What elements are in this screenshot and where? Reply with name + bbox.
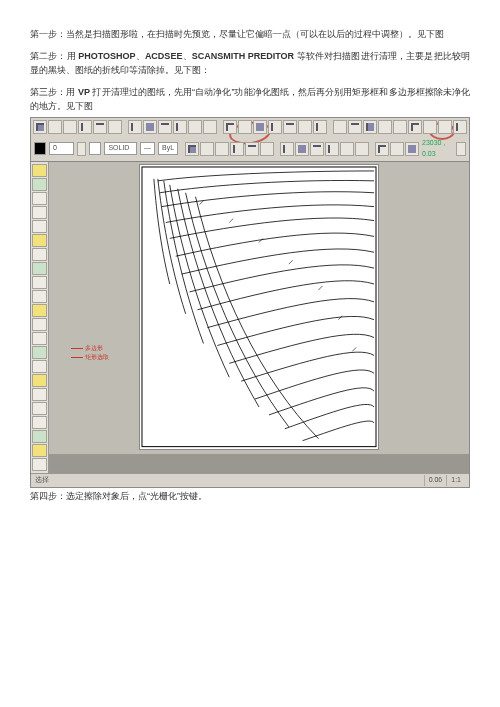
toolbar-button-24[interactable] [408,120,422,134]
toolbar-button-2[interactable] [63,120,77,134]
toolbar-button-9[interactable] [173,120,187,134]
step3-pre: 第三步：用 [30,87,78,97]
toolbar-button-21[interactable] [363,120,377,134]
toolbar-button-20[interactable] [348,120,362,134]
step2-mid2: 、 [182,51,191,61]
toolbar3-button-0[interactable] [185,142,199,156]
layer-name-dropdown[interactable]: 0 [49,142,74,155]
toolbar-button-8[interactable] [158,120,172,134]
toolbar-button-23[interactable] [393,120,407,134]
tool-button-16[interactable] [32,388,47,401]
side-annotation-labels: 多边形 矩形选取 [71,344,109,362]
toolbar-button-3[interactable] [78,120,92,134]
toolbar-button-16[interactable] [283,120,297,134]
toolbar3-button-7[interactable] [295,142,309,156]
toolbar-button-25[interactable] [423,120,437,134]
toolbar-button-7[interactable] [143,120,157,134]
toolbar3-button-8[interactable] [310,142,324,156]
toolbar3-button-12[interactable] [375,142,389,156]
toolbar3-button-3[interactable] [230,142,244,156]
properties-bar: 0 SOLID — ByL 23030 , 0.03 [31,136,469,162]
status-fit[interactable]: 1:1 [446,475,465,486]
step2-mid1: 、 [136,51,145,61]
toolbar-button-6[interactable] [128,120,142,134]
tool-button-2[interactable] [32,192,47,205]
toolbar-button-4[interactable] [93,120,107,134]
toolbar3-button-9[interactable] [325,142,339,156]
status-bar: 选择 0.06 1:1 [31,473,469,487]
toolbar-button-10[interactable] [188,120,202,134]
toolbar-button-19[interactable] [333,120,347,134]
units-toggle-icon[interactable] [456,142,466,156]
toolbar-button-1[interactable] [48,120,62,134]
tool-button-5[interactable] [32,234,47,247]
annotation-dash-icon [71,348,83,349]
annotation-polygon-label: 多边形 [85,344,103,353]
tool-button-3[interactable] [32,206,47,219]
canvas-area[interactable]: 多边形 矩形选取 [49,162,469,454]
tool-button-21[interactable] [32,458,47,471]
toolbar3-button-11[interactable] [355,142,369,156]
lineweight-swatch[interactable] [89,142,101,155]
tool-button-11[interactable] [32,318,47,331]
toolbar3-button-14[interactable] [405,142,419,156]
step3-post: 打开清理过的图纸，先用“自动净化”功能净化图纸，然后再分别用矩形框和多边形框擦除… [30,87,470,111]
toolbar3-button-10[interactable] [340,142,354,156]
tool-button-4[interactable] [32,220,47,233]
step-1: 第一步：当然是扫描图形啦，在扫描时先预览，尽量让它偏暗一点（可以在以后的过程中调… [30,28,470,42]
workspace: 多边形 矩形选取 [31,161,469,473]
toolbar3-button-1[interactable] [200,142,214,156]
color-bylayer-dropdown[interactable]: ByL [158,142,178,155]
step-2: 第二步：用 PHOTOSHOP、ACDSEE、SCANSMITH PREDITO… [30,50,470,78]
tool-button-19[interactable] [32,430,47,443]
tool-button-18[interactable] [32,416,47,429]
toolbar-button-0[interactable] [33,120,47,134]
tool-button-7[interactable] [32,262,47,275]
step3-bold: VP [78,87,90,97]
toolbar-button-12[interactable] [223,120,237,134]
toolbar-button-15[interactable] [268,120,282,134]
toolbar-button-11[interactable] [203,120,217,134]
toolbar-row-1 [31,118,469,136]
status-hint: 选择 [35,475,49,486]
toolbar-button-27[interactable] [453,120,467,134]
toolbar3-button-13[interactable] [390,142,404,156]
left-toolbox [31,162,49,473]
lineweight-dropdown[interactable]: — [140,142,155,155]
toolbar-button-13[interactable] [238,120,252,134]
tool-button-0[interactable] [32,164,47,177]
tool-button-10[interactable] [32,304,47,317]
tool-button-1[interactable] [32,178,47,191]
app-window: 0 SOLID — ByL 23030 , 0.03 多边形 矩形选取 [30,117,470,489]
coordinate-readout: 23030 , 0.03 [422,138,453,160]
tool-button-13[interactable] [32,346,47,359]
toolbar3-button-5[interactable] [260,142,274,156]
toolbar-button-5[interactable] [108,120,122,134]
tool-button-20[interactable] [32,444,47,457]
toolbar-row-3 [185,142,419,156]
step-4: 第四步：选定擦除对象后，点“光栅化”按键。 [30,490,470,504]
annotation-rect-label: 矩形选取 [85,353,109,362]
tool-button-14[interactable] [32,360,47,373]
toolbar3-button-4[interactable] [245,142,259,156]
toolbar3-button-6[interactable] [280,142,294,156]
drawing-canvas[interactable] [139,164,379,450]
step2-bold2: ACDSEE [145,51,183,61]
toolbar-button-14[interactable] [253,120,267,134]
tool-button-8[interactable] [32,276,47,289]
linetype-dropdown[interactable]: SOLID [104,142,137,155]
toolbar-button-18[interactable] [313,120,327,134]
toolbar-button-26[interactable] [438,120,452,134]
tool-button-17[interactable] [32,402,47,415]
toolbar-button-22[interactable] [378,120,392,134]
tool-button-15[interactable] [32,374,47,387]
layer-color-swatch[interactable] [34,142,46,155]
status-zoom: 0.06 [424,475,447,486]
tool-button-12[interactable] [32,332,47,345]
step2-pre: 第二步：用 [30,51,78,61]
layer-settings-icon[interactable] [77,142,87,156]
tool-button-6[interactable] [32,248,47,261]
tool-button-9[interactable] [32,290,47,303]
toolbar-button-17[interactable] [298,120,312,134]
toolbar3-button-2[interactable] [215,142,229,156]
